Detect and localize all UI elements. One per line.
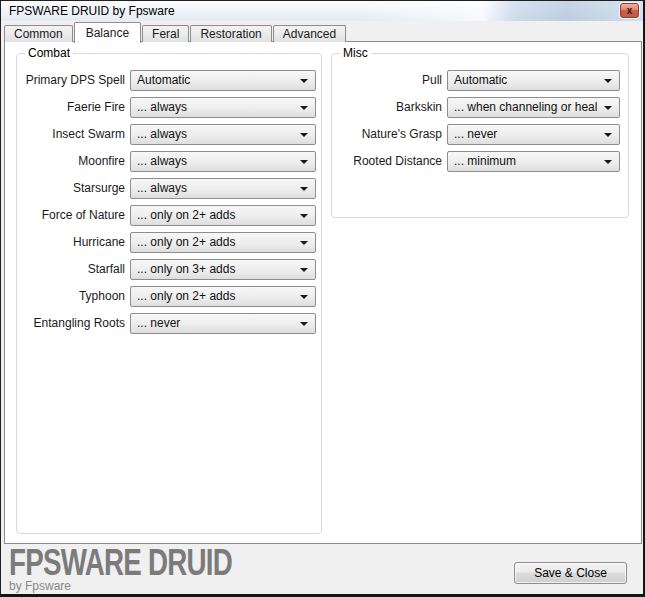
chevron-down-icon [604, 79, 612, 83]
field-label: Primary DPS Spell [17, 70, 125, 91]
tab-restoration[interactable]: Restoration [190, 25, 271, 42]
pull-dropdown[interactable]: Automatic [447, 70, 620, 91]
chevron-down-icon [300, 214, 308, 218]
combat-rows: Primary DPS Spell Automatic Faerie Fire … [17, 70, 321, 334]
row-primary-dps-spell: Primary DPS Spell Automatic [17, 70, 321, 91]
chevron-down-icon [300, 79, 308, 83]
field-label: Starsurge [17, 178, 125, 199]
dropdown-value: ... never [137, 314, 293, 333]
misc-group-title: Misc [340, 46, 371, 60]
field-label: Pull [332, 70, 442, 91]
tab-feral[interactable]: Feral [142, 25, 189, 42]
row-entangling-roots: Entangling Roots ... never [17, 313, 321, 334]
combat-group-title: Combat [25, 46, 73, 60]
row-force-of-nature: Force of Nature ... only on 2+ adds [17, 205, 321, 226]
tab-common[interactable]: Common [4, 25, 73, 42]
combat-group: Combat Primary DPS Spell Automatic Faeri… [16, 53, 322, 534]
field-label: Insect Swarm [17, 124, 125, 145]
hurricane-dropdown[interactable]: ... only on 2+ adds [130, 232, 316, 253]
chevron-down-icon [300, 268, 308, 272]
dropdown-value: ... always [137, 125, 293, 144]
field-label: Barkskin [332, 97, 442, 118]
app-logo-subtitle: by Fpsware [9, 579, 71, 593]
save-close-button[interactable]: Save & Close [514, 562, 627, 584]
row-pull: Pull Automatic [332, 70, 628, 91]
dropdown-value: ... always [137, 152, 293, 171]
field-label: Starfall [17, 259, 125, 280]
field-label: Hurricane [17, 232, 125, 253]
row-hurricane: Hurricane ... only on 2+ adds [17, 232, 321, 253]
close-icon[interactable]: x [620, 3, 639, 18]
dropdown-value: ... always [137, 98, 293, 117]
dropdown-value: ... when channeling or healing [454, 98, 597, 117]
row-faerie-fire: Faerie Fire ... always [17, 97, 321, 118]
primary-dps-spell-dropdown[interactable]: Automatic [130, 70, 316, 91]
row-moonfire: Moonfire ... always [17, 151, 321, 172]
chevron-down-icon [300, 241, 308, 245]
row-rooted-distance: Rooted Distance ... minimum [332, 151, 628, 172]
dropdown-value: ... only on 3+ adds [137, 260, 293, 279]
row-typhoon: Typhoon ... only on 2+ adds [17, 286, 321, 307]
moonfire-dropdown[interactable]: ... always [130, 151, 316, 172]
chevron-down-icon [300, 295, 308, 299]
chevron-down-icon [604, 160, 612, 164]
entangling-roots-dropdown[interactable]: ... never [130, 313, 316, 334]
dropdown-value: Automatic [137, 71, 293, 90]
chevron-down-icon [604, 106, 612, 110]
insect-swarm-dropdown[interactable]: ... always [130, 124, 316, 145]
row-starfall: Starfall ... only on 3+ adds [17, 259, 321, 280]
dropdown-value: ... always [137, 179, 293, 198]
dropdown-value: ... minimum [454, 152, 597, 171]
faerie-fire-dropdown[interactable]: ... always [130, 97, 316, 118]
tab-strip: Common Balance Feral Restoration Advance… [4, 21, 347, 42]
window-title: FPSWARE DRUID by Fpsware [1, 1, 175, 21]
dropdown-value: ... only on 2+ adds [137, 206, 293, 225]
field-label: Faerie Fire [17, 97, 125, 118]
app-window: FPSWARE DRUID by Fpsware x Common Balanc… [0, 0, 645, 597]
chevron-down-icon [604, 133, 612, 137]
typhoon-dropdown[interactable]: ... only on 2+ adds [130, 286, 316, 307]
field-label: Rooted Distance [332, 151, 442, 172]
row-natures-grasp: Nature's Grasp ... never [332, 124, 628, 145]
chevron-down-icon [300, 187, 308, 191]
chevron-down-icon [300, 133, 308, 137]
title-bar[interactable]: FPSWARE DRUID by Fpsware x [1, 1, 643, 21]
dropdown-value: ... only on 2+ adds [137, 233, 293, 252]
field-label: Nature's Grasp [332, 124, 442, 145]
dropdown-value: ... only on 2+ adds [137, 287, 293, 306]
misc-group: Misc Pull Automatic Barkskin ... when ch… [331, 53, 629, 218]
tab-page-balance: Combat Primary DPS Spell Automatic Faeri… [4, 41, 642, 544]
chevron-down-icon [300, 160, 308, 164]
misc-rows: Pull Automatic Barkskin ... when channel… [332, 70, 628, 172]
tab-balance[interactable]: Balance [74, 22, 141, 43]
row-starsurge: Starsurge ... always [17, 178, 321, 199]
starsurge-dropdown[interactable]: ... always [130, 178, 316, 199]
dropdown-value: Automatic [454, 71, 597, 90]
chevron-down-icon [300, 106, 308, 110]
field-label: Moonfire [17, 151, 125, 172]
chevron-down-icon [300, 322, 308, 326]
tab-advanced[interactable]: Advanced [273, 25, 346, 42]
field-label: Typhoon [17, 286, 125, 307]
force-of-nature-dropdown[interactable]: ... only on 2+ adds [130, 205, 316, 226]
starfall-dropdown[interactable]: ... only on 3+ adds [130, 259, 316, 280]
app-logo: FPSWARE DRUID [9, 546, 232, 580]
natures-grasp-dropdown[interactable]: ... never [447, 124, 620, 145]
row-insect-swarm: Insect Swarm ... always [17, 124, 321, 145]
field-label: Entangling Roots [17, 313, 125, 334]
row-barkskin: Barkskin ... when channeling or healing [332, 97, 628, 118]
barkskin-dropdown[interactable]: ... when channeling or healing [447, 97, 620, 118]
rooted-distance-dropdown[interactable]: ... minimum [447, 151, 620, 172]
field-label: Force of Nature [17, 205, 125, 226]
footer-bar: FPSWARE DRUID by Fpsware Save & Close [1, 544, 643, 596]
dropdown-value: ... never [454, 125, 597, 144]
